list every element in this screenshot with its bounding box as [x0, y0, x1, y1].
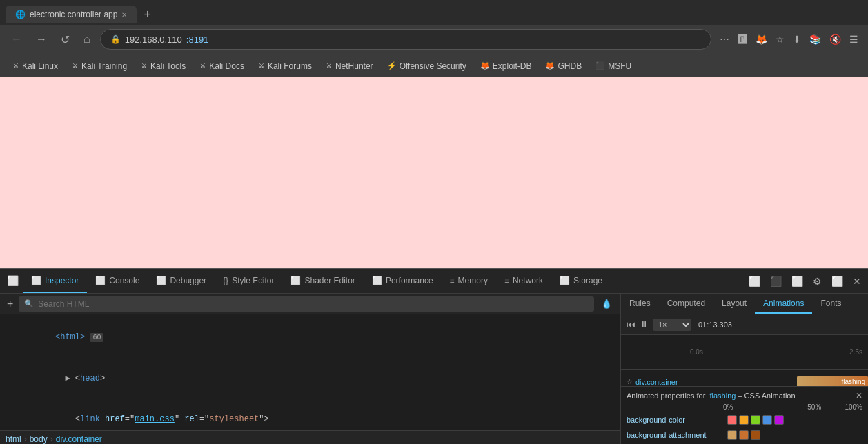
memory-icon: ≡ [450, 276, 455, 285]
devtools-tab-console[interactable]: ⬜ Console [87, 269, 148, 293]
console-label: Console [109, 276, 139, 285]
forward-button[interactable]: → [32, 30, 51, 48]
devtools-tab-memory[interactable]: ≡ Memory [442, 269, 496, 293]
breadcrumb-html[interactable]: html [6, 434, 21, 444]
anim-pause-button[interactable]: ⏸ [640, 319, 649, 330]
tab-computed[interactable]: Computed [659, 294, 713, 314]
extension-button[interactable]: 🦊 [753, 31, 770, 48]
search-html-container: 🔍 [19, 296, 594, 312]
reader-button[interactable]: 🔇 [827, 31, 844, 48]
prop-colors-background-attachment [727, 430, 760, 440]
anim-properties-title: Animated properties for flashing – CSS A… [627, 392, 796, 400]
tab-animations-label: Animations [763, 299, 804, 308]
bookmark-offensive-security-label: Offensive Security [400, 61, 466, 71]
style-editor-label: Style Editor [232, 276, 274, 285]
color-swatch-6[interactable] [727, 430, 737, 440]
overflow-button[interactable]: ⋯ [717, 31, 732, 48]
close-devtools-btn[interactable]: ✕ [849, 273, 865, 290]
prop-name-background-color: background-color [627, 416, 723, 424]
bookmark-ghdb-label: GHDB [558, 61, 582, 71]
devtools-tab-pick-element[interactable]: ⬜ [3, 269, 23, 293]
bookmark-kali-linux[interactable]: ⚔ Kali Linux [7, 59, 63, 73]
color-swatch-2[interactable] [739, 415, 749, 425]
new-tab-button[interactable]: + [139, 5, 155, 25]
html-line-head: ▶ <head> [0, 359, 620, 400]
reload-button[interactable]: ↺ [57, 30, 74, 49]
devtools-tab-shader-editor[interactable]: ⬜ Shader Editor [282, 269, 363, 293]
track-star-icon[interactable]: ☆ [627, 378, 633, 385]
eyedropper-button[interactable]: 💧 [597, 297, 616, 310]
add-node-button[interactable]: + [4, 298, 16, 310]
msfu-icon: ⬛ [595, 61, 605, 70]
storage-label: Storage [573, 276, 602, 285]
track-element-name[interactable]: div.container [635, 378, 678, 386]
color-swatch-8[interactable] [751, 430, 760, 440]
bookmark-ghdb[interactable]: 🦊 GHDB [540, 59, 587, 73]
bookmark-kali-forums-label: Kali Forums [268, 61, 312, 71]
tab-title: electronic controller app [30, 10, 117, 19]
breadcrumb-body[interactable]: body [30, 434, 48, 444]
pick-element-icon: ⬜ [7, 275, 19, 286]
anim-speed-select[interactable]: 0.1× 0.25× 0.5× 1× [653, 319, 691, 331]
tab-close-button[interactable]: ✕ [121, 11, 127, 19]
animations-panel: Rules Computed Layout Animations Fonts ⏮ [621, 294, 868, 444]
color-swatch-4[interactable] [762, 415, 772, 425]
tab-fonts[interactable]: Fonts [812, 294, 849, 314]
breadcrumb-sep-1: › [24, 434, 27, 444]
performance-label: Performance [386, 276, 433, 285]
search-html-icon: 🔍 [24, 299, 34, 308]
nav-actions: ⋯ 🅿 🦊 ☆ ⬇ 📚 🔇 ☰ [717, 31, 861, 48]
bookmark-button[interactable]: ☆ [773, 31, 787, 48]
responsive-design-btn[interactable]: ⬜ [744, 273, 765, 290]
settings-btn[interactable]: ⚙ [809, 273, 826, 290]
color-swatch-5[interactable] [774, 415, 784, 425]
bookmark-kali-forums[interactable]: ⚔ Kali Forums [253, 59, 317, 73]
tab-rules[interactable]: Rules [621, 294, 659, 314]
track-content: flashing [690, 370, 868, 386]
devtools-tab-debugger[interactable]: ⬜ Debugger [148, 269, 215, 293]
devtools-tab-storage[interactable]: ⬜ Storage [551, 269, 611, 293]
bookmark-exploit-db-label: Exploit-DB [493, 61, 532, 71]
color-swatch-3[interactable] [751, 415, 760, 425]
nav-bar: ← → ↺ ⌂ 🔒 192.168.0.110 :8191 ⋯ 🅿 🦊 ☆ ⬇ … [0, 25, 868, 54]
popout-btn[interactable]: ⬜ [827, 273, 847, 290]
address-bar[interactable]: 🔒 192.168.0.110 :8191 [100, 29, 711, 50]
devtools-tab-style-editor[interactable]: {} Style Editor [215, 269, 282, 293]
menu-button[interactable]: ☰ [847, 31, 861, 48]
bookmark-offensive-security[interactable]: ⚡ Offensive Security [382, 59, 472, 73]
search-html-input[interactable] [38, 299, 589, 309]
anim-rewind-button[interactable]: ⏮ [627, 319, 635, 330]
tab-animations[interactable]: Animations [755, 294, 812, 314]
devtools-tab-network[interactable]: ≡ Network [496, 269, 551, 293]
ghdb-icon: 🦊 [545, 61, 555, 70]
anim-properties-close-btn[interactable]: ✕ [856, 391, 862, 401]
bookmark-kali-docs[interactable]: ⚔ Kali Docs [194, 59, 250, 73]
anim-timeline-ruler: 0.0s 2.5s [621, 335, 868, 370]
anim-properties: Animated properties for flashing – CSS A… [621, 386, 868, 444]
history-button[interactable]: 📚 [807, 31, 824, 48]
home-button[interactable]: ⌂ [79, 30, 95, 48]
style-editor-icon: {} [223, 276, 228, 285]
tab-rules-label: Rules [629, 299, 651, 308]
color-swatch-7[interactable] [739, 430, 749, 440]
tab-layout[interactable]: Layout [713, 294, 755, 314]
vertical-split-btn[interactable]: ⬜ [787, 273, 807, 290]
devtools-tab-inspector[interactable]: ⬜ Inspector [23, 269, 87, 293]
anim-track-area: ☆ div.container flashing [621, 370, 868, 386]
back-button[interactable]: ← [7, 30, 26, 48]
downloads-button[interactable]: ⬇ [790, 31, 804, 48]
breadcrumb-div-container[interactable]: div.container [56, 434, 102, 444]
anim-bar-flashing[interactable]: flashing [797, 376, 868, 387]
devtools-tab-performance[interactable]: ⬜ Performance [364, 269, 442, 293]
split-view-btn[interactable]: ⬛ [766, 273, 786, 290]
bookmark-kali-tools[interactable]: ⚔ Kali Tools [135, 59, 191, 73]
browser-tab[interactable]: 🌐 electronic controller app ✕ [6, 6, 137, 23]
color-swatch-1[interactable] [727, 415, 737, 425]
bookmark-exploit-db[interactable]: 🦊 Exploit-DB [475, 59, 537, 73]
bookmark-nethunter[interactable]: ⚔ NetHunter [320, 59, 379, 73]
bookmark-kali-training[interactable]: ⚔ Kali Training [66, 59, 132, 73]
debugger-icon: ⬜ [156, 276, 166, 285]
pocket-button[interactable]: 🅿 [735, 31, 750, 48]
bookmark-kali-tools-label: Kali Tools [150, 61, 186, 71]
bookmark-msfu[interactable]: ⬛ MSFU [590, 59, 637, 73]
